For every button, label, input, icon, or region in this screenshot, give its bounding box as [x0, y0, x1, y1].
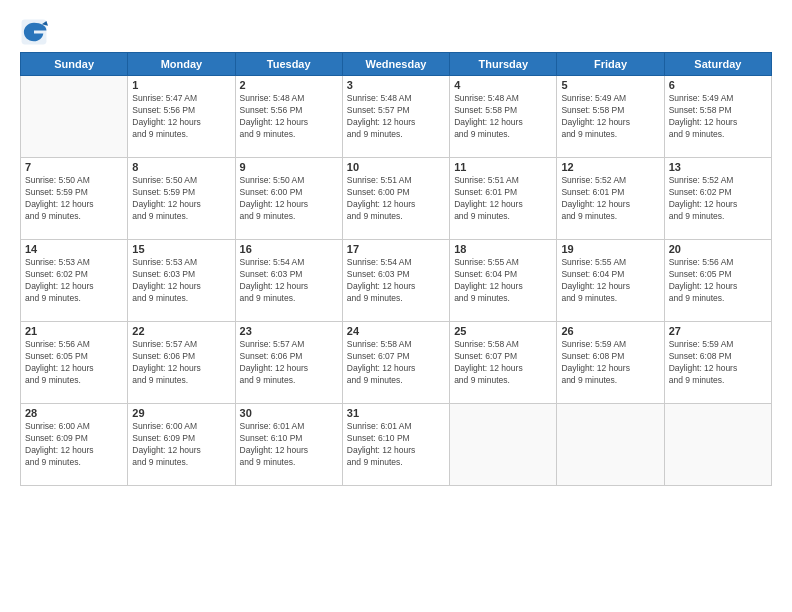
day-number: 30 [240, 407, 338, 419]
calendar-cell: 27Sunrise: 5:59 AM Sunset: 6:08 PM Dayli… [664, 322, 771, 404]
calendar-cell: 17Sunrise: 5:54 AM Sunset: 6:03 PM Dayli… [342, 240, 449, 322]
day-number: 3 [347, 79, 445, 91]
day-number: 18 [454, 243, 552, 255]
day-info: Sunrise: 5:58 AM Sunset: 6:07 PM Dayligh… [347, 339, 445, 387]
week-row-3: 21Sunrise: 5:56 AM Sunset: 6:05 PM Dayli… [21, 322, 772, 404]
day-number: 26 [561, 325, 659, 337]
day-number: 13 [669, 161, 767, 173]
day-number: 1 [132, 79, 230, 91]
day-info: Sunrise: 5:47 AM Sunset: 5:56 PM Dayligh… [132, 93, 230, 141]
calendar-cell: 30Sunrise: 6:01 AM Sunset: 6:10 PM Dayli… [235, 404, 342, 486]
day-number: 21 [25, 325, 123, 337]
calendar-cell: 19Sunrise: 5:55 AM Sunset: 6:04 PM Dayli… [557, 240, 664, 322]
calendar-cell: 14Sunrise: 5:53 AM Sunset: 6:02 PM Dayli… [21, 240, 128, 322]
header-thursday: Thursday [450, 53, 557, 76]
header-friday: Friday [557, 53, 664, 76]
day-info: Sunrise: 5:56 AM Sunset: 6:05 PM Dayligh… [25, 339, 123, 387]
day-info: Sunrise: 5:51 AM Sunset: 6:00 PM Dayligh… [347, 175, 445, 223]
day-number: 11 [454, 161, 552, 173]
day-info: Sunrise: 5:58 AM Sunset: 6:07 PM Dayligh… [454, 339, 552, 387]
day-number: 6 [669, 79, 767, 91]
calendar-body: 1Sunrise: 5:47 AM Sunset: 5:56 PM Daylig… [21, 76, 772, 486]
day-info: Sunrise: 6:01 AM Sunset: 6:10 PM Dayligh… [240, 421, 338, 469]
day-number: 31 [347, 407, 445, 419]
day-info: Sunrise: 5:50 AM Sunset: 5:59 PM Dayligh… [25, 175, 123, 223]
calendar-cell: 3Sunrise: 5:48 AM Sunset: 5:57 PM Daylig… [342, 76, 449, 158]
day-number: 8 [132, 161, 230, 173]
day-number: 23 [240, 325, 338, 337]
calendar-cell: 29Sunrise: 6:00 AM Sunset: 6:09 PM Dayli… [128, 404, 235, 486]
calendar-cell: 8Sunrise: 5:50 AM Sunset: 5:59 PM Daylig… [128, 158, 235, 240]
week-row-4: 28Sunrise: 6:00 AM Sunset: 6:09 PM Dayli… [21, 404, 772, 486]
day-info: Sunrise: 5:53 AM Sunset: 6:03 PM Dayligh… [132, 257, 230, 305]
day-info: Sunrise: 5:55 AM Sunset: 6:04 PM Dayligh… [561, 257, 659, 305]
day-number: 5 [561, 79, 659, 91]
day-info: Sunrise: 6:00 AM Sunset: 6:09 PM Dayligh… [25, 421, 123, 469]
day-number: 4 [454, 79, 552, 91]
day-number: 12 [561, 161, 659, 173]
calendar-cell: 4Sunrise: 5:48 AM Sunset: 5:58 PM Daylig… [450, 76, 557, 158]
calendar-cell [21, 76, 128, 158]
day-info: Sunrise: 5:53 AM Sunset: 6:02 PM Dayligh… [25, 257, 123, 305]
day-number: 15 [132, 243, 230, 255]
day-number: 25 [454, 325, 552, 337]
day-info: Sunrise: 5:54 AM Sunset: 6:03 PM Dayligh… [347, 257, 445, 305]
header-tuesday: Tuesday [235, 53, 342, 76]
day-number: 17 [347, 243, 445, 255]
day-number: 16 [240, 243, 338, 255]
day-number: 10 [347, 161, 445, 173]
week-row-2: 14Sunrise: 5:53 AM Sunset: 6:02 PM Dayli… [21, 240, 772, 322]
day-info: Sunrise: 5:56 AM Sunset: 6:05 PM Dayligh… [669, 257, 767, 305]
day-info: Sunrise: 5:48 AM Sunset: 5:56 PM Dayligh… [240, 93, 338, 141]
calendar-cell: 10Sunrise: 5:51 AM Sunset: 6:00 PM Dayli… [342, 158, 449, 240]
day-number: 19 [561, 243, 659, 255]
day-number: 20 [669, 243, 767, 255]
day-number: 24 [347, 325, 445, 337]
calendar: SundayMondayTuesdayWednesdayThursdayFrid… [20, 52, 772, 486]
day-info: Sunrise: 5:49 AM Sunset: 5:58 PM Dayligh… [669, 93, 767, 141]
calendar-cell: 5Sunrise: 5:49 AM Sunset: 5:58 PM Daylig… [557, 76, 664, 158]
day-info: Sunrise: 5:57 AM Sunset: 6:06 PM Dayligh… [132, 339, 230, 387]
calendar-cell: 15Sunrise: 5:53 AM Sunset: 6:03 PM Dayli… [128, 240, 235, 322]
day-number: 28 [25, 407, 123, 419]
day-info: Sunrise: 5:55 AM Sunset: 6:04 PM Dayligh… [454, 257, 552, 305]
day-number: 7 [25, 161, 123, 173]
day-info: Sunrise: 5:49 AM Sunset: 5:58 PM Dayligh… [561, 93, 659, 141]
calendar-cell: 26Sunrise: 5:59 AM Sunset: 6:08 PM Dayli… [557, 322, 664, 404]
calendar-cell: 20Sunrise: 5:56 AM Sunset: 6:05 PM Dayli… [664, 240, 771, 322]
calendar-cell: 1Sunrise: 5:47 AM Sunset: 5:56 PM Daylig… [128, 76, 235, 158]
day-number: 29 [132, 407, 230, 419]
day-number: 14 [25, 243, 123, 255]
calendar-cell: 28Sunrise: 6:00 AM Sunset: 6:09 PM Dayli… [21, 404, 128, 486]
calendar-cell: 13Sunrise: 5:52 AM Sunset: 6:02 PM Dayli… [664, 158, 771, 240]
day-info: Sunrise: 5:54 AM Sunset: 6:03 PM Dayligh… [240, 257, 338, 305]
calendar-cell: 7Sunrise: 5:50 AM Sunset: 5:59 PM Daylig… [21, 158, 128, 240]
calendar-cell: 22Sunrise: 5:57 AM Sunset: 6:06 PM Dayli… [128, 322, 235, 404]
header-sunday: Sunday [21, 53, 128, 76]
header-saturday: Saturday [664, 53, 771, 76]
week-row-0: 1Sunrise: 5:47 AM Sunset: 5:56 PM Daylig… [21, 76, 772, 158]
header-wednesday: Wednesday [342, 53, 449, 76]
day-number: 22 [132, 325, 230, 337]
day-info: Sunrise: 5:52 AM Sunset: 6:02 PM Dayligh… [669, 175, 767, 223]
calendar-cell: 18Sunrise: 5:55 AM Sunset: 6:04 PM Dayli… [450, 240, 557, 322]
day-info: Sunrise: 5:50 AM Sunset: 6:00 PM Dayligh… [240, 175, 338, 223]
calendar-cell: 16Sunrise: 5:54 AM Sunset: 6:03 PM Dayli… [235, 240, 342, 322]
day-info: Sunrise: 5:52 AM Sunset: 6:01 PM Dayligh… [561, 175, 659, 223]
day-info: Sunrise: 6:00 AM Sunset: 6:09 PM Dayligh… [132, 421, 230, 469]
calendar-cell [664, 404, 771, 486]
calendar-cell: 21Sunrise: 5:56 AM Sunset: 6:05 PM Dayli… [21, 322, 128, 404]
logo [20, 18, 50, 46]
header-monday: Monday [128, 53, 235, 76]
calendar-cell: 24Sunrise: 5:58 AM Sunset: 6:07 PM Dayli… [342, 322, 449, 404]
calendar-cell: 23Sunrise: 5:57 AM Sunset: 6:06 PM Dayli… [235, 322, 342, 404]
day-info: Sunrise: 5:50 AM Sunset: 5:59 PM Dayligh… [132, 175, 230, 223]
day-info: Sunrise: 5:48 AM Sunset: 5:57 PM Dayligh… [347, 93, 445, 141]
calendar-header-row: SundayMondayTuesdayWednesdayThursdayFrid… [21, 53, 772, 76]
calendar-cell: 31Sunrise: 6:01 AM Sunset: 6:10 PM Dayli… [342, 404, 449, 486]
calendar-cell: 9Sunrise: 5:50 AM Sunset: 6:00 PM Daylig… [235, 158, 342, 240]
day-info: Sunrise: 6:01 AM Sunset: 6:10 PM Dayligh… [347, 421, 445, 469]
calendar-cell: 11Sunrise: 5:51 AM Sunset: 6:01 PM Dayli… [450, 158, 557, 240]
calendar-cell: 12Sunrise: 5:52 AM Sunset: 6:01 PM Dayli… [557, 158, 664, 240]
day-info: Sunrise: 5:59 AM Sunset: 6:08 PM Dayligh… [669, 339, 767, 387]
